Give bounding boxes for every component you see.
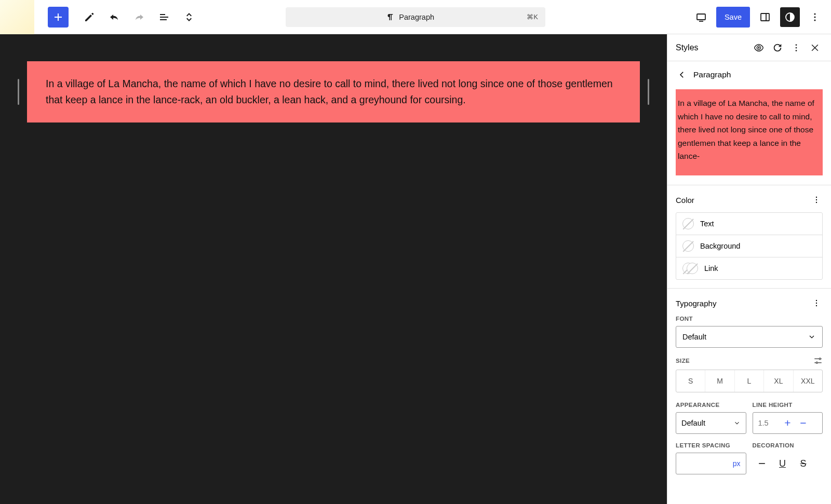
- toolbar-right: Save: [691, 7, 831, 28]
- font-select[interactable]: Default: [676, 326, 823, 348]
- link-swatch: [682, 263, 698, 274]
- more-vertical-icon: [811, 195, 822, 205]
- close-icon: [810, 43, 820, 53]
- sidebar-title: Styles: [676, 43, 748, 52]
- history-icon: [772, 42, 783, 53]
- editor-canvas[interactable]: In a village of La Mancha, the name of w…: [0, 34, 667, 504]
- size-custom-button[interactable]: [813, 356, 823, 365]
- typography-section: Typography FONT Default SIZE S M: [667, 288, 831, 491]
- color-row-text[interactable]: Text: [676, 213, 822, 235]
- color-label: Color: [676, 196, 694, 205]
- close-sidebar-button[interactable]: [807, 40, 823, 56]
- letterspacing-input[interactable]: [681, 459, 733, 468]
- color-row-label: Text: [700, 220, 714, 228]
- typography-label: Typography: [676, 299, 716, 308]
- svg-point-13: [816, 202, 817, 203]
- decoration-underline[interactable]: U: [773, 454, 792, 473]
- decoration-label: DECORATION: [753, 442, 823, 448]
- chevron-updown-icon: [183, 11, 195, 23]
- svg-point-4: [814, 13, 815, 15]
- decoration-strikethrough[interactable]: S: [794, 454, 813, 473]
- toolbar-left: [0, 0, 199, 34]
- redo-button[interactable]: [129, 7, 150, 28]
- shortcut-hint: ⌘K: [527, 13, 538, 21]
- svg-point-16: [816, 305, 817, 306]
- redo-icon: [133, 11, 145, 23]
- svg-point-10: [796, 50, 797, 51]
- appearance-value: Default: [681, 419, 705, 427]
- letterspacing-control: px: [676, 453, 746, 474]
- chevron-down-icon: [733, 419, 741, 427]
- paragraph-block[interactable]: In a village of La Mancha, the name of w…: [27, 61, 640, 122]
- appearance-label: APPEARANCE: [676, 402, 746, 408]
- top-toolbar: Paragraph ⌘K Save: [0, 0, 831, 34]
- font-label: FONT: [676, 316, 823, 322]
- svg-point-11: [816, 197, 817, 198]
- svg-point-14: [816, 300, 817, 301]
- paragraph-content[interactable]: In a village of La Mancha, the name of w…: [46, 76, 621, 108]
- minus-icon: [757, 458, 767, 469]
- desktop-icon: [695, 11, 707, 23]
- color-more-button[interactable]: [810, 194, 823, 206]
- sliders-icon: [813, 356, 823, 365]
- options-button[interactable]: [805, 7, 825, 27]
- stylebook-button[interactable]: [751, 40, 767, 56]
- tools-button[interactable]: [79, 7, 100, 28]
- color-list: Text Background Link: [676, 212, 823, 280]
- document-bar-label: Paragraph: [293, 12, 527, 22]
- svg-point-5: [814, 16, 815, 18]
- styles-panel-button[interactable]: [780, 7, 800, 27]
- lineheight-input[interactable]: [758, 419, 780, 427]
- sidebar-header: Styles: [667, 34, 831, 61]
- svg-point-15: [816, 303, 817, 304]
- paragraph-icon: [385, 12, 395, 22]
- svg-point-12: [816, 199, 817, 200]
- size-s[interactable]: S: [676, 370, 705, 392]
- sidebar-more-button[interactable]: [788, 40, 804, 56]
- view-button[interactable]: [691, 7, 711, 27]
- main-area: In a village of La Mancha, the name of w…: [0, 34, 831, 504]
- typography-more-button[interactable]: [810, 297, 823, 309]
- svg-rect-0: [697, 14, 705, 20]
- size-m[interactable]: M: [705, 370, 734, 392]
- appearance-select[interactable]: Default: [676, 412, 746, 434]
- svg-point-7: [758, 47, 759, 48]
- svg-point-6: [814, 19, 815, 21]
- revisions-button[interactable]: [770, 40, 785, 56]
- block-inserter-button[interactable]: [48, 7, 69, 28]
- plus-icon: [52, 11, 64, 23]
- size-xxl[interactable]: XXL: [794, 370, 822, 392]
- breadcrumb: Paragraph: [667, 61, 831, 88]
- resize-handle-right[interactable]: [648, 79, 649, 105]
- zoom-button[interactable]: [179, 7, 199, 28]
- font-value: Default: [682, 333, 706, 341]
- chevron-left-icon: [677, 70, 687, 79]
- settings-panel-button[interactable]: [755, 7, 775, 27]
- decoration-none[interactable]: [753, 454, 771, 473]
- undo-button[interactable]: [104, 7, 125, 28]
- svg-point-8: [796, 44, 797, 46]
- lineheight-decrement[interactable]: −: [796, 415, 811, 431]
- styles-icon: [784, 11, 796, 23]
- size-buttons: S M L XL XXL: [676, 370, 823, 392]
- svg-rect-1: [761, 13, 769, 21]
- save-button[interactable]: Save: [716, 7, 750, 28]
- color-row-background[interactable]: Background: [676, 235, 822, 257]
- breadcrumb-back-button[interactable]: [676, 69, 688, 81]
- site-icon[interactable]: [0, 0, 34, 34]
- lineheight-increment[interactable]: +: [780, 415, 796, 431]
- more-vertical-icon: [809, 11, 821, 23]
- letterspacing-unit[interactable]: px: [733, 459, 741, 468]
- lineheight-label: LINE HEIGHT: [753, 402, 823, 408]
- color-row-label: Link: [704, 264, 718, 273]
- letterspacing-label: LETTER SPACING: [676, 442, 746, 448]
- size-l[interactable]: L: [735, 370, 764, 392]
- size-xl[interactable]: XL: [764, 370, 793, 392]
- document-overview-button[interactable]: [154, 7, 175, 28]
- color-row-link[interactable]: Link: [676, 257, 822, 279]
- background-swatch: [682, 240, 694, 252]
- document-bar[interactable]: Paragraph ⌘K: [286, 7, 545, 27]
- decoration-buttons: U S: [753, 453, 823, 474]
- resize-handle-left[interactable]: [18, 79, 19, 105]
- preview-text: In a village of La Mancha, the name of w…: [678, 97, 821, 163]
